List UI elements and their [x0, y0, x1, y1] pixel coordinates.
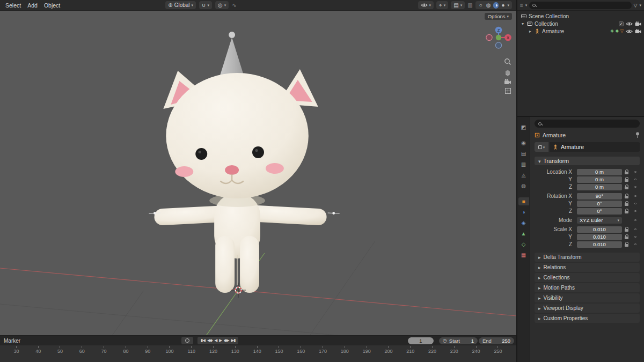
tab-render[interactable]: ◉: [518, 139, 529, 147]
tab-object[interactable]: ■: [518, 197, 529, 205]
prev-keyframe-button[interactable]: ◀◆: [207, 338, 213, 343]
tab-physics[interactable]: ◑: [518, 208, 529, 216]
menu-object[interactable]: Object: [41, 2, 63, 9]
animate-toggle[interactable]: [631, 243, 640, 246]
outliner-row-scene-collection[interactable]: Scene Collection: [517, 12, 644, 20]
disclosure-closed-icon[interactable]: ▸: [528, 29, 532, 34]
rotation-mode-dropdown[interactable]: XYZ Euler ▾: [577, 217, 622, 224]
value-field[interactable]: 0.010: [577, 226, 622, 233]
shading-wireframe-icon[interactable]: ○: [478, 2, 484, 9]
value-field[interactable]: 0 m: [577, 184, 622, 190]
eye-icon[interactable]: [626, 29, 633, 34]
current-frame-field[interactable]: 1: [408, 337, 434, 344]
collection-checkbox[interactable]: ✓: [619, 21, 624, 26]
fake-user-badge[interactable]: ▽: [620, 29, 624, 33]
viewport-3d[interactable]: Options ▾ Z X: [0, 11, 516, 335]
play-reverse-button[interactable]: ◀: [214, 338, 217, 343]
animate-toggle[interactable]: [631, 236, 640, 238]
animate-toggle[interactable]: [631, 210, 640, 212]
collapsed-panel-header[interactable]: Delta Transform: [535, 253, 640, 262]
snap-toggle[interactable]: ∪ ▾: [199, 1, 212, 9]
animate-toggle[interactable]: [631, 228, 640, 231]
navigation-gizmo[interactable]: Z X: [485, 26, 512, 53]
menu-select[interactable]: Select: [2, 2, 24, 9]
transform-orientation-dropdown[interactable]: ⊕ Global ▾: [165, 1, 196, 9]
gizmo-y-axis[interactable]: [496, 35, 501, 40]
collapsed-panel-header[interactable]: Relations: [535, 263, 640, 272]
outliner-row-collection[interactable]: ▾ Collection ✓: [517, 20, 644, 27]
lock-toggle[interactable]: [622, 242, 631, 247]
tab-texture[interactable]: ▦: [518, 251, 529, 259]
jump-to-end-button[interactable]: ▶▮: [231, 338, 236, 343]
transform-panel-header[interactable]: Transform: [535, 157, 640, 165]
lock-toggle[interactable]: [622, 194, 631, 199]
animate-toggle[interactable]: [631, 203, 640, 205]
tab-tool[interactable]: ◩: [518, 123, 529, 131]
value-field[interactable]: 0°: [577, 208, 622, 215]
timeline-ruler[interactable]: 3040506070809010011012013014015016017018…: [0, 345, 516, 362]
frame-end-field[interactable]: End 250: [479, 337, 514, 344]
armature-data-badge[interactable]: ◈: [611, 29, 614, 33]
tab-bone[interactable]: ◇: [518, 240, 529, 248]
filter-funnel-icon[interactable]: ▽: [634, 3, 638, 8]
lock-toggle[interactable]: [622, 177, 631, 182]
value-field[interactable]: 0 m: [577, 176, 622, 183]
play-button[interactable]: ▶: [219, 338, 222, 343]
overlays-toggle[interactable]: ▤ ▾: [451, 1, 465, 9]
shading-solid-icon[interactable]: ◍: [485, 2, 492, 9]
gizmo-negative-x-axis[interactable]: [486, 34, 492, 40]
menu-add[interactable]: Add: [24, 2, 41, 9]
collapsed-panel-header[interactable]: Collections: [535, 273, 640, 282]
outliner-editor-icon[interactable]: ≡: [520, 2, 523, 8]
collapsed-panel-header[interactable]: Viewport Display: [535, 304, 640, 313]
object-name-field[interactable]: Armature: [550, 142, 640, 152]
camera-icon[interactable]: [635, 21, 641, 26]
gizmo-negative-z-axis[interactable]: [495, 42, 501, 48]
orthographic-grid-icon[interactable]: [504, 87, 511, 94]
tab-world[interactable]: ◍: [518, 182, 529, 190]
gizmos-toggle[interactable]: ⌖ ▾: [436, 1, 448, 9]
frame-start-field[interactable]: ◷ Start 1: [439, 337, 478, 344]
camera-icon[interactable]: [635, 29, 641, 34]
lock-toggle[interactable]: [622, 169, 631, 175]
jump-to-start-button[interactable]: ▮◀: [201, 338, 205, 343]
lock-toggle[interactable]: [622, 234, 631, 240]
value-field[interactable]: 0 m: [577, 169, 622, 175]
lock-toggle[interactable]: [622, 209, 631, 214]
value-field[interactable]: 0°: [577, 201, 622, 207]
auto-key-toggle[interactable]: [181, 337, 193, 344]
value-field[interactable]: 0.010: [577, 241, 622, 248]
tab-view-layer[interactable]: ▥: [518, 160, 529, 168]
eye-icon[interactable]: [626, 21, 633, 26]
next-keyframe-button[interactable]: ◆▶: [224, 338, 229, 343]
properties-search-input[interactable]: [535, 120, 640, 128]
tab-constraints[interactable]: ◈: [518, 219, 529, 227]
move-view-hand-icon[interactable]: [504, 68, 511, 76]
outliner-row-armature[interactable]: ▸ Armature ◈◆▽: [517, 27, 644, 35]
pin-icon[interactable]: [635, 132, 640, 138]
disclosure-open-icon[interactable]: ▾: [521, 21, 525, 26]
viewport-options-button[interactable]: Options ▾: [485, 13, 512, 20]
xray-toggle-icon[interactable]: ▥: [467, 3, 472, 8]
animate-toggle[interactable]: [631, 186, 640, 188]
object-browse-dropdown[interactable]: ▾: [535, 142, 548, 152]
tab-output[interactable]: ▤: [518, 150, 529, 158]
proportional-editing-toggle[interactable]: ◎ ▾: [215, 1, 229, 9]
animate-toggle[interactable]: [631, 171, 640, 173]
collapsed-panel-header[interactable]: Motion Paths: [535, 283, 640, 292]
zoom-icon[interactable]: [504, 58, 511, 65]
animate-toggle[interactable]: [631, 219, 640, 221]
lock-toggle[interactable]: [622, 227, 631, 232]
proportional-falloff-icon[interactable]: ∿: [232, 3, 236, 8]
collapsed-panel-header[interactable]: Visibility: [535, 293, 640, 302]
shading-material-icon[interactable]: ◑: [493, 2, 499, 9]
camera-view-icon[interactable]: [504, 78, 511, 85]
shading-rendered-icon[interactable]: ●: [500, 2, 506, 9]
lock-toggle[interactable]: [622, 201, 631, 206]
lock-toggle[interactable]: [622, 184, 631, 190]
viewport-3d-scene[interactable]: [0, 11, 516, 335]
tab-object-data[interactable]: ▲: [518, 230, 529, 238]
animate-toggle[interactable]: [631, 195, 640, 197]
outliner-search-input[interactable]: [529, 2, 631, 9]
collapsed-panel-header[interactable]: Custom Properties: [535, 314, 640, 323]
